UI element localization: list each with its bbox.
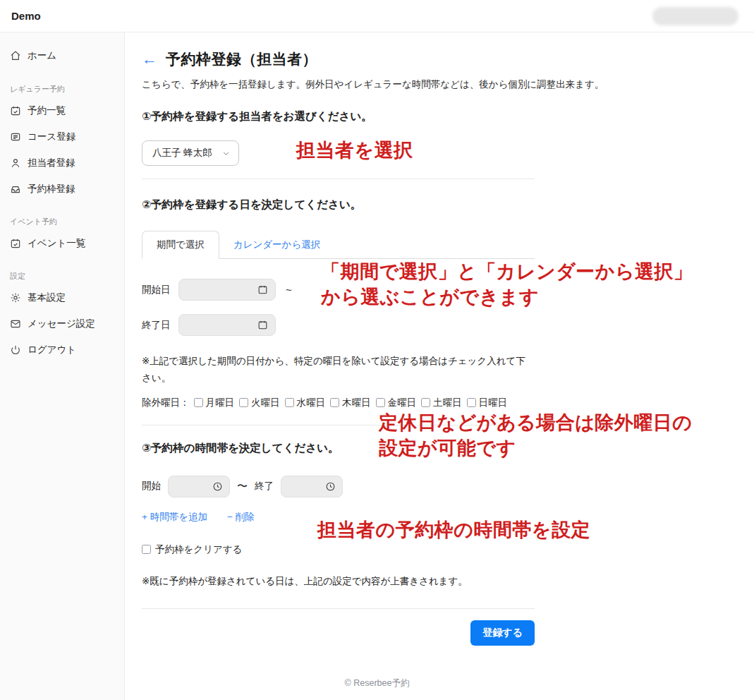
sidebar: ホーム レギュラー予約 予約一覧 コース登録 担当者登録 予約枠登録 イベント予… (0, 32, 125, 700)
end-time-label: 終了 (255, 480, 274, 493)
weekday-label: 木曜日 (342, 397, 371, 409)
page-header: ← 予約枠登録（担当者） (142, 49, 754, 69)
weekday-label: 水曜日 (297, 397, 326, 409)
clock-icon (325, 481, 336, 492)
end-date-row: 終了日 (142, 314, 754, 336)
overwrite-note: ※既に予約枠が登録されている日は、上記の設定で内容が上書きされます。 (142, 573, 535, 590)
chevron-down-icon (222, 150, 230, 157)
clear-slots-label: 予約枠をクリアする (155, 543, 242, 556)
weekday-label: 日曜日 (479, 397, 508, 409)
inbox-tray-icon (10, 183, 21, 195)
start-time-input[interactable] (168, 476, 230, 497)
sidebar-item-label: メッセージ設定 (28, 318, 95, 330)
step3-heading: ③予約枠の時間帯を決定してください。 (142, 441, 754, 456)
clear-slots-checkbox[interactable] (142, 545, 151, 554)
sidebar-item-label: 担当者登録 (28, 157, 75, 169)
weekday-checkbox-monday[interactable] (194, 398, 203, 407)
calendar-check-icon (10, 238, 21, 249)
sidebar-section-regular: レギュラー予約 (10, 84, 114, 95)
date-range-tilde: ~ (286, 284, 292, 296)
sidebar-item-label: ログアウト (28, 344, 76, 356)
start-date-label: 開始日 (142, 284, 178, 296)
clock-icon (212, 481, 223, 492)
sidebar-section-settings: 設定 (10, 271, 114, 282)
sidebar-item-label: イベント一覧 (28, 237, 85, 250)
tab-period-select[interactable]: 期間で選択 (142, 231, 219, 259)
start-time-label: 開始 (142, 480, 161, 493)
excluded-weekdays-row: 除外曜日： 月曜日 火曜日 水曜日 木曜日 金曜日 土曜日 日曜日 (142, 397, 754, 409)
sidebar-item-home[interactable]: ホーム (10, 49, 114, 61)
weekday-checkbox-tuesday[interactable] (239, 398, 248, 407)
time-range-row: 開始 〜 終了 (142, 476, 754, 497)
weekday-label: 火曜日 (251, 397, 280, 409)
staff-select-value: 八王子 蜂太郎 (152, 147, 212, 159)
weekday-exclusion-note: ※上記で選択した期間の日付から、特定の曜日を除いて設定する場合はチェック入れて下… (142, 353, 535, 387)
main-content: ← 予約枠登録（担当者） こちらで、予約枠を一括登録します。例外日やイレギュラー… (125, 32, 754, 700)
section-divider (142, 179, 535, 179)
register-button[interactable]: 登録する (470, 620, 535, 646)
back-arrow-icon[interactable]: ← (142, 52, 157, 67)
sidebar-item-label: 予約枠登録 (28, 183, 75, 195)
weekday-label: 月曜日 (206, 397, 235, 409)
home-icon (10, 50, 21, 61)
sidebar-item-message-settings[interactable]: メッセージ設定 (10, 318, 114, 330)
person-icon (10, 157, 21, 169)
sidebar-section-event: イベント予約 (10, 217, 114, 227)
add-time-slot-link[interactable]: + 時間帯を追加 (142, 511, 207, 524)
section-divider (142, 608, 535, 609)
time-range-tilde: 〜 (237, 480, 248, 493)
sidebar-item-label: ホーム (28, 49, 56, 62)
sidebar-item-staff-register[interactable]: 担当者登録 (10, 157, 114, 169)
list-card-icon (10, 131, 21, 143)
end-time-input[interactable] (281, 476, 343, 497)
calendar-icon (257, 320, 268, 330)
annotation-line: 定休日などがある場合は除外曜日の (379, 411, 692, 436)
weekday-checkbox-saturday[interactable] (421, 398, 430, 407)
staff-select[interactable]: 八王子 蜂太郎 (142, 140, 239, 166)
power-icon (10, 344, 21, 356)
remove-time-slot-link[interactable]: − 削除 (227, 511, 255, 524)
envelope-icon (10, 318, 21, 330)
sidebar-item-slot-register[interactable]: 予約枠登録 (10, 183, 114, 195)
calendar-check-icon (10, 105, 21, 116)
footer-copyright: © Reserbee予約 (0, 677, 754, 689)
start-date-input[interactable] (178, 279, 276, 301)
date-select-tabs: 期間で選択 カレンダーから選択 (142, 231, 535, 259)
sidebar-item-label: 予約一覧 (28, 104, 66, 117)
sidebar-item-label: 基本設定 (28, 291, 66, 304)
page-description: こちらで、予約枠を一括登録します。例外日やイレギュラーな時間帯などは、後から個別… (142, 78, 754, 91)
step1-heading: ①予約枠を登録する担当者をお選びください。 (142, 109, 754, 124)
time-slot-links: + 時間帯を追加 − 削除 (142, 511, 754, 524)
sidebar-item-logout[interactable]: ログアウト (10, 344, 114, 356)
weekday-checkbox-thursday[interactable] (330, 398, 339, 407)
sidebar-item-basic-settings[interactable]: 基本設定 (10, 291, 114, 303)
app-window: Demo ホーム レギュラー予約 予約一覧 コース登録 担当者登録 (0, 0, 754, 700)
gear-icon (10, 292, 21, 303)
weekday-label: 土曜日 (433, 397, 462, 409)
sidebar-item-event-list[interactable]: イベント一覧 (10, 237, 114, 249)
section-divider (142, 425, 535, 426)
end-date-label: 終了日 (142, 319, 178, 332)
page-title: 予約枠登録（担当者） (166, 49, 317, 69)
weekday-checkbox-wednesday[interactable] (285, 398, 294, 407)
brand-logo: Demo (11, 10, 41, 22)
end-date-input[interactable] (178, 314, 276, 336)
weekday-checkbox-sunday[interactable] (467, 398, 476, 407)
start-date-row: 開始日 ~ (142, 279, 754, 301)
calendar-icon (257, 284, 268, 295)
excluded-days-label: 除外曜日： (142, 397, 190, 409)
sidebar-item-reservation-list[interactable]: 予約一覧 (10, 104, 114, 116)
step2-heading: ②予約枠を登録する日を決定してください。 (142, 198, 754, 212)
weekday-checkbox-friday[interactable] (376, 398, 385, 407)
sidebar-item-label: コース登録 (28, 131, 75, 143)
sidebar-item-course-register[interactable]: コース登録 (10, 131, 114, 143)
tab-calendar-select[interactable]: カレンダーから選択 (219, 231, 334, 258)
weekday-label: 金曜日 (388, 397, 417, 409)
redacted-account-info (652, 7, 738, 25)
topbar: Demo (0, 0, 754, 32)
clear-slots-row: 予約枠をクリアする (142, 543, 754, 556)
